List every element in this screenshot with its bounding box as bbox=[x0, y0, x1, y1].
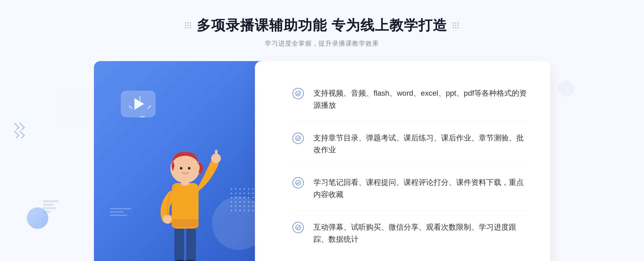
svg-point-16 bbox=[296, 180, 301, 185]
person-illustration bbox=[140, 124, 231, 261]
svg-rect-2 bbox=[186, 226, 196, 261]
feature-item-1: 支持视频、音频、flash、word、excel、ppt、pdf等各种格式的资源… bbox=[292, 77, 529, 122]
content-area: 支持视频、音频、flash、word、excel、ppt、pdf等各种格式的资源… bbox=[94, 61, 550, 261]
right-panel: 支持视频、音频、flash、word、excel、ppt、pdf等各种格式的资源… bbox=[255, 61, 550, 261]
header-section: 多项录播课辅助功能 专为线上教学打造 学习进度全掌握，提升录播课教学效果 bbox=[185, 16, 459, 48]
play-bubble bbox=[121, 91, 156, 117]
illus-lines bbox=[110, 208, 131, 218]
feature-text-1: 支持视频、音频、flash、word、excel、ppt、pdf等各种格式的资源… bbox=[313, 87, 529, 111]
svg-point-14 bbox=[296, 91, 301, 96]
page-sub-title: 学习进度全掌握，提升录播课教学效果 bbox=[185, 39, 459, 48]
svg-rect-12 bbox=[215, 150, 218, 159]
svg-point-17 bbox=[296, 225, 301, 230]
page-main-title: 多项录播课辅助功能 专为线上教学打造 bbox=[197, 16, 447, 35]
check-icon-2 bbox=[292, 133, 304, 144]
play-icon bbox=[134, 98, 144, 110]
svg-point-10 bbox=[188, 167, 191, 170]
check-icon-1 bbox=[292, 88, 304, 99]
check-icon-4 bbox=[292, 222, 304, 233]
dot-grid-left bbox=[185, 22, 191, 29]
chevrons-decoration bbox=[13, 123, 23, 138]
title-decoration-right bbox=[453, 22, 459, 29]
title-wrapper: 多项录播课辅助功能 专为线上教学打造 bbox=[185, 16, 459, 35]
feature-item-3: 学习笔记回看、课程提问、课程评论打分、课件资料下载，重点内容收藏 bbox=[292, 166, 529, 211]
feature-text-2: 支持章节目录、弹题考试、课后练习、课后作业、章节测验、批改作业 bbox=[313, 132, 529, 156]
title-decoration-left bbox=[185, 22, 191, 29]
page-wrapper: 多项录播课辅助功能 专为线上教学打造 学习进度全掌握，提升录播课教学效果 bbox=[0, 0, 644, 261]
feature-item-2: 支持章节目录、弹题考试、课后练习、课后作业、章节测验、批改作业 bbox=[292, 122, 529, 167]
blue-circle-decoration bbox=[27, 207, 48, 229]
svg-point-9 bbox=[180, 167, 182, 170]
feature-text-4: 互动弹幕、试听购买、微信分享、观看次数限制、学习进度跟踪、数据统计 bbox=[313, 221, 529, 245]
feature-item-4: 互动弹幕、试听购买、微信分享、观看次数限制、学习进度跟踪、数据统计 bbox=[292, 211, 529, 256]
svg-rect-6 bbox=[172, 219, 199, 227]
svg-point-15 bbox=[296, 136, 301, 140]
svg-point-13 bbox=[163, 215, 171, 223]
check-icon-3 bbox=[292, 177, 304, 188]
svg-rect-1 bbox=[174, 226, 184, 261]
feature-text-3: 学习笔记回看、课程提问、课程评论打分、课件资料下载，重点内容收藏 bbox=[313, 177, 529, 201]
stripe-circle-decoration bbox=[558, 80, 574, 96]
illustration-card bbox=[94, 61, 276, 261]
dots-decoration-left bbox=[56, 94, 89, 126]
dot-grid-right bbox=[453, 22, 459, 29]
